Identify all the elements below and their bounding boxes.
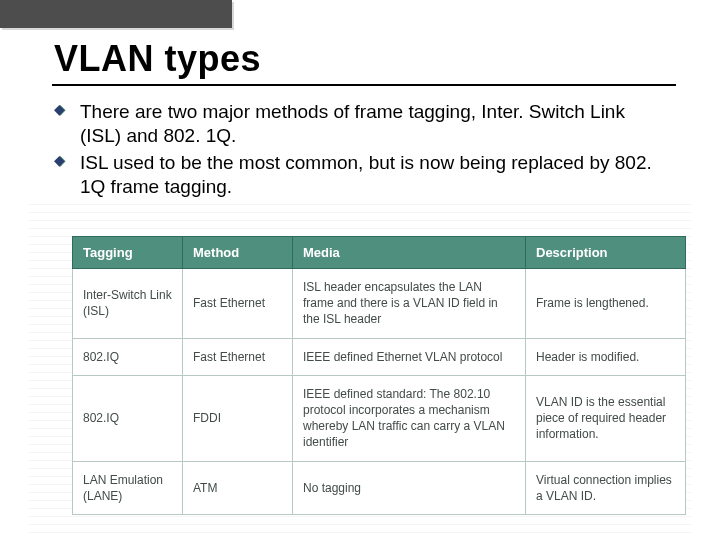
cell-description: Frame is lengthened. — [526, 269, 686, 339]
table-header-row: Tagging Method Media Description — [73, 237, 686, 269]
table-row: 802.IQ Fast Ethernet IEEE defined Ethern… — [73, 338, 686, 375]
cell-tagging: Inter-Switch Link (ISL) — [73, 269, 183, 339]
list-item: There are two major methods of frame tag… — [74, 100, 670, 149]
top-accent-bar — [0, 0, 232, 28]
cell-description: VLAN ID is the essential piece of requir… — [526, 375, 686, 461]
cell-tagging: 802.IQ — [73, 338, 183, 375]
col-method: Method — [183, 237, 293, 269]
cell-media: IEEE defined standard: The 802.10 protoc… — [293, 375, 526, 461]
cell-tagging: 802.IQ — [73, 375, 183, 461]
col-tagging: Tagging — [73, 237, 183, 269]
cell-media: IEEE defined Ethernet VLAN protocol — [293, 338, 526, 375]
col-description: Description — [526, 237, 686, 269]
cell-media: No tagging — [293, 461, 526, 514]
content-area: VLAN types There are two major methods o… — [0, 0, 720, 199]
tagging-table: Tagging Method Media Description Inter-S… — [72, 236, 686, 515]
table-row: LAN Emulation (LANE) ATM No tagging Virt… — [73, 461, 686, 514]
cell-method: FDDI — [183, 375, 293, 461]
cell-media: ISL header encapsulates the LAN frame an… — [293, 269, 526, 339]
cell-method: Fast Ethernet — [183, 338, 293, 375]
cell-description: Header is modified. — [526, 338, 686, 375]
cell-tagging: LAN Emulation (LANE) — [73, 461, 183, 514]
table-row: Inter-Switch Link (ISL) Fast Ethernet IS… — [73, 269, 686, 339]
table-row: 802.IQ FDDI IEEE defined standard: The 8… — [73, 375, 686, 461]
cell-description: Virtual connection implies a VLAN ID. — [526, 461, 686, 514]
cell-method: Fast Ethernet — [183, 269, 293, 339]
table-wrap: Tagging Method Media Description Inter-S… — [72, 236, 686, 515]
list-item: ISL used to be the most common, but is n… — [74, 151, 670, 200]
cell-method: ATM — [183, 461, 293, 514]
page-title: VLAN types — [52, 38, 676, 86]
bullet-list: There are two major methods of frame tag… — [52, 100, 676, 199]
slide: VLAN types There are two major methods o… — [0, 0, 720, 540]
col-media: Media — [293, 237, 526, 269]
